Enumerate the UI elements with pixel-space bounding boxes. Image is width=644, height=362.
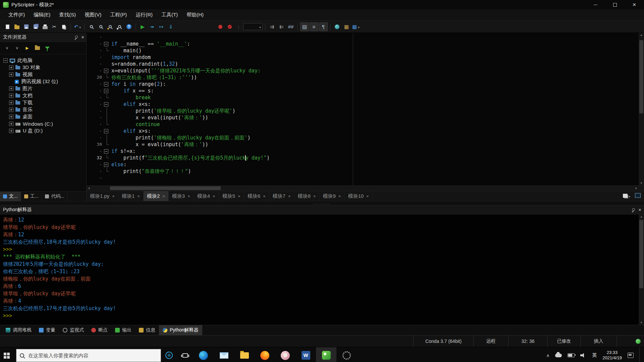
search-again-icon[interactable] bbox=[96, 22, 105, 31]
splitter-grip[interactable] bbox=[313, 200, 331, 206]
copy-icon[interactable] bbox=[59, 22, 68, 31]
console-vertical-scrollbar[interactable] bbox=[639, 215, 644, 325]
tree-item-6[interactable]: 下载 bbox=[0, 99, 86, 106]
pin-icon[interactable] bbox=[632, 208, 635, 212]
left-panel-tab-3[interactable]: 代码... bbox=[42, 192, 68, 201]
input-language-indicator[interactable]: 英 bbox=[592, 352, 597, 358]
scrollbar-thumb[interactable] bbox=[639, 220, 643, 288]
close-tab-icon[interactable] bbox=[313, 194, 316, 199]
tree-item-7[interactable]: 音乐 bbox=[0, 106, 86, 113]
start-button[interactable] bbox=[0, 347, 16, 362]
fold-box-icon[interactable] bbox=[104, 149, 108, 154]
menu-item-6[interactable]: 运行(R) bbox=[131, 9, 157, 20]
expand-box-icon[interactable] bbox=[9, 101, 13, 105]
tree-item-root[interactable]: 此电脑 bbox=[0, 57, 86, 64]
tree-item-4[interactable]: 图片 bbox=[0, 85, 86, 92]
dock-tab-python[interactable]: Python解释器 bbox=[159, 325, 202, 335]
python-interpreter-console[interactable]: 再猜：12猜早啦，你的lucky day还早呢再猜：12三次机会已经用尽,18号… bbox=[0, 215, 644, 325]
editor-tab-模块2[interactable]: 模块2 bbox=[144, 191, 169, 201]
view-dropdown-icon[interactable] bbox=[13, 44, 21, 52]
fold-box-icon[interactable] bbox=[104, 69, 108, 73]
word-wrap-icon[interactable]: ¶ bbox=[319, 22, 328, 31]
indent-icon[interactable]: ⇉ bbox=[268, 22, 276, 31]
cut-icon[interactable]: ✂ bbox=[50, 22, 59, 31]
fold-box-icon[interactable] bbox=[104, 42, 108, 46]
line-numbers-icon[interactable]: ## bbox=[286, 22, 295, 31]
editor-tab-模块3[interactable]: 模块3 bbox=[169, 191, 194, 201]
toggle-breakpoint-icon[interactable] bbox=[216, 22, 225, 31]
expand-box-icon[interactable] bbox=[9, 108, 13, 112]
close-button[interactable] bbox=[625, 0, 644, 9]
table-layout-icon[interactable]: ▦ bbox=[342, 22, 351, 31]
history-dropdown-icon[interactable] bbox=[3, 44, 11, 52]
tree-item-5[interactable]: 文档 bbox=[0, 92, 86, 99]
editor-tab-模块9[interactable]: 模块9 bbox=[319, 191, 344, 201]
menu-item-3[interactable]: 查找(S) bbox=[55, 9, 80, 20]
minimize-button[interactable] bbox=[586, 0, 605, 9]
undo-icon[interactable]: ↶ bbox=[73, 22, 82, 31]
taskbar-app-avatar[interactable] bbox=[275, 347, 296, 362]
step-over-icon[interactable]: ↠ bbox=[148, 22, 156, 31]
clear-breakpoints-icon[interactable] bbox=[225, 22, 234, 31]
help-icon[interactable] bbox=[124, 22, 133, 31]
editor-tab-模块8[interactable]: 模块8 bbox=[294, 191, 320, 201]
onedrive-icon[interactable] bbox=[555, 354, 562, 357]
volume-icon[interactable] bbox=[580, 353, 586, 358]
editor-tab-模块5[interactable]: 模块5 bbox=[219, 191, 244, 201]
tree-item-9[interactable]: Windows (C:) bbox=[0, 120, 86, 127]
syntax-combo[interactable] bbox=[243, 23, 263, 30]
new-file-icon[interactable] bbox=[3, 22, 12, 31]
left-panel-tab-2[interactable]: 工... bbox=[21, 192, 42, 201]
print-icon[interactable] bbox=[41, 22, 49, 31]
pin-icon[interactable] bbox=[74, 36, 78, 39]
menu-item-8[interactable]: 帮助(H) bbox=[182, 9, 208, 20]
dock-tab-output[interactable]: 输出 bbox=[111, 325, 135, 335]
expand-box-icon[interactable] bbox=[9, 94, 13, 98]
tree-item-2[interactable]: 视频 bbox=[0, 71, 86, 78]
editor-tab-模块10[interactable]: 模块10 bbox=[344, 191, 372, 201]
tree-item-1[interactable]: 3D 对象 bbox=[0, 64, 86, 71]
save-icon[interactable] bbox=[22, 22, 31, 31]
expand-box-icon[interactable] bbox=[9, 122, 13, 126]
dock-tab-variables[interactable]: 变量 bbox=[35, 325, 59, 335]
new-directory-icon[interactable] bbox=[33, 44, 42, 52]
file-list-button[interactable] bbox=[623, 193, 630, 199]
battery-icon[interactable] bbox=[568, 353, 575, 357]
close-tab-icon[interactable] bbox=[187, 194, 190, 199]
open-file-icon[interactable] bbox=[12, 22, 21, 31]
close-tab-icon[interactable] bbox=[338, 194, 341, 199]
search-icon[interactable] bbox=[87, 22, 96, 31]
expand-box-icon[interactable] bbox=[9, 86, 13, 91]
menu-item-5[interactable]: 工程(P) bbox=[106, 9, 131, 20]
editor-tab-模块1.py[interactable]: 模块1.py bbox=[87, 191, 118, 201]
expand-box-icon[interactable] bbox=[9, 129, 13, 133]
expand-box-icon[interactable] bbox=[9, 115, 13, 119]
restore-button[interactable] bbox=[605, 0, 625, 9]
scrollbar-thumb[interactable] bbox=[639, 40, 643, 113]
tree-item-3[interactable]: 腾讯视频 (32 位) bbox=[0, 78, 86, 85]
filter-icon[interactable] bbox=[43, 44, 52, 52]
table-layout-blue-icon[interactable]: ▦ bbox=[352, 22, 360, 31]
close-panel-icon[interactable] bbox=[81, 35, 84, 40]
editor-vertical-scrollbar[interactable] bbox=[639, 33, 644, 185]
outdent-icon[interactable]: ⇇ bbox=[277, 22, 286, 31]
show-desktop-button[interactable] bbox=[639, 347, 641, 362]
fold-box-icon[interactable] bbox=[104, 163, 108, 167]
dock-tab-stack[interactable]: 调用堆栈 bbox=[2, 325, 35, 335]
fold-box-icon[interactable] bbox=[104, 102, 108, 107]
editor-horizontal-scrollbar[interactable] bbox=[87, 185, 644, 191]
fold-box-icon[interactable] bbox=[104, 82, 108, 86]
tree-item-8[interactable]: 桌面 bbox=[0, 113, 86, 120]
close-tab-icon[interactable] bbox=[288, 194, 291, 199]
expand-box-icon[interactable] bbox=[9, 72, 13, 77]
menu-item-7[interactable]: 工具(T) bbox=[157, 9, 182, 20]
menu-item-1[interactable]: 文件(F) bbox=[4, 9, 29, 20]
taskbar-app-edge[interactable] bbox=[193, 347, 214, 362]
close-tab-icon[interactable] bbox=[162, 194, 165, 199]
tray-expand-icon[interactable]: ∧ bbox=[546, 353, 550, 358]
cortana-button[interactable] bbox=[161, 347, 177, 362]
left-panel-tab-1[interactable]: 文... bbox=[0, 192, 21, 201]
taskbar-app-explorer[interactable] bbox=[234, 347, 255, 362]
editor-tab-模块1[interactable]: 模块1 bbox=[118, 191, 144, 201]
fold-box-icon[interactable] bbox=[104, 89, 108, 93]
